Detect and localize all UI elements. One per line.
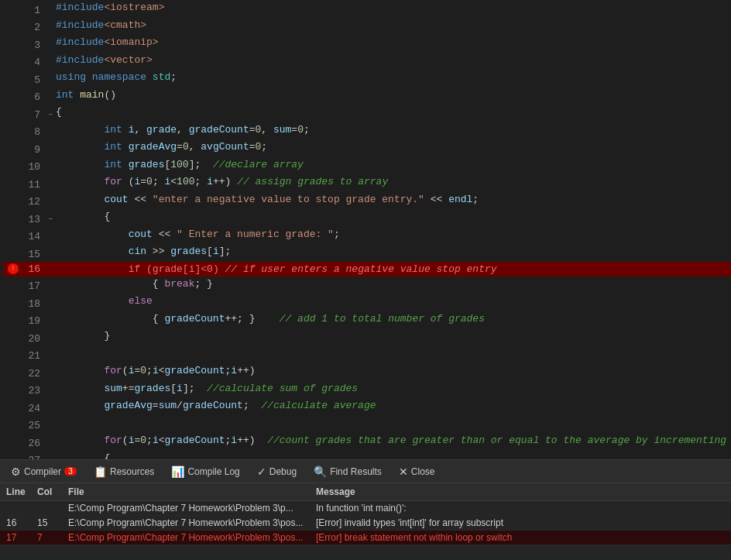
code-line-11: 11 for (i=0; i<100; i++) // assign grade… xyxy=(3,174,731,192)
row-line-1: 16 xyxy=(0,516,31,530)
row-file-0: E:\Comp Program\Chapter 7 Homework\Probl… xyxy=(62,501,310,515)
panel-tab-label-compiler: Compiler xyxy=(24,466,61,477)
code-line-22: 22 for(i=0;i<gradeCount;i++) xyxy=(3,363,731,381)
table-header-message: Message xyxy=(310,485,731,499)
code-line-24: 24 gradeAvg=sum/gradeCount; //calculate … xyxy=(3,398,731,416)
code-line-26: 26 for(i=0;i<gradeCount;i++) //count gra… xyxy=(3,433,731,451)
panel-tabs: ⚙Compiler3📋Resources📊Compile Log✓Debug🔍F… xyxy=(0,460,731,483)
close-icon: ✕ xyxy=(399,466,408,478)
panel-tab-debug[interactable]: ✓Debug xyxy=(249,462,304,481)
code-line-6: 6int main() xyxy=(3,88,731,105)
code-line-7: 7−{ xyxy=(3,105,731,122)
code-line-1: 1#include<iostream> xyxy=(3,0,731,18)
panel-tab-resources[interactable]: 📋Resources xyxy=(86,462,162,481)
debug-icon: ✓ xyxy=(257,466,266,478)
row-col-2: 7 xyxy=(31,531,62,545)
compiler-badge: 3 xyxy=(64,467,77,476)
table-header-line: Line xyxy=(0,485,31,499)
table-row-0[interactable]: E:\Comp Program\Chapter 7 Homework\Probl… xyxy=(0,501,731,516)
table-row-1[interactable]: 1615E:\Comp Program\Chapter 7 Homework\P… xyxy=(0,516,731,531)
code-line-17: 17 { break; } xyxy=(3,277,731,294)
code-line-2: 2#include<cmath> xyxy=(3,18,731,36)
row-line-0 xyxy=(0,501,31,515)
panel-tab-label-compilelog: Compile Log xyxy=(187,466,239,477)
compilelog-icon: 📊 xyxy=(171,466,184,478)
code-line-25: 25 xyxy=(3,416,731,434)
code-lines[interactable]: 1#include<iostream>2#include<cmath>3#inc… xyxy=(0,0,731,459)
code-line-23: 23 sum+=grades[i]; //calculate sum of gr… xyxy=(3,381,731,399)
row-line-2: 17 xyxy=(0,531,31,545)
panel-tab-label-resources: Resources xyxy=(110,466,154,477)
panel-tab-findresults[interactable]: 🔍Find Results xyxy=(306,462,390,481)
table-header-file: File xyxy=(62,485,310,499)
panel-tab-label-findresults: Find Results xyxy=(330,466,382,477)
row-file-1: E:\Comp Program\Chapter 7 Homework\Probl… xyxy=(62,516,310,530)
table-header-col: Col xyxy=(31,485,62,499)
code-line-14: 14 cout << " Enter a numeric grade: "; xyxy=(3,227,731,245)
code-line-16: !16 if (grade[i]<0) // if user enters a … xyxy=(3,262,731,277)
row-file-2: E:\Comp Program\Chapter 7 Homework\Probl… xyxy=(62,531,310,545)
bottom-panel: ⚙Compiler3📋Resources📊Compile Log✓Debug🔍F… xyxy=(0,459,731,560)
editor-area: 1#include<iostream>2#include<cmath>3#inc… xyxy=(0,0,731,459)
table-row-2[interactable]: 177E:\Comp Program\Chapter 7 Homework\Pr… xyxy=(0,531,731,545)
code-line-13: 13− { xyxy=(3,209,731,227)
code-line-12: 12 cout << "enter a negative value to st… xyxy=(3,192,731,210)
code-line-8: 8 int i, grade, gradeCount=0, sum=0; xyxy=(3,122,731,140)
panel-tab-compiler[interactable]: ⚙Compiler3 xyxy=(3,462,84,481)
panel-tab-label-close: Close xyxy=(411,466,435,477)
code-line-5: 5using namespace std; xyxy=(3,70,731,88)
code-line-10: 10 int grades[100]; //declare array xyxy=(3,157,731,175)
compiler-icon: ⚙ xyxy=(11,466,21,478)
code-line-19: 19 { gradeCount++; } // add 1 to total n… xyxy=(3,311,731,329)
row-msg-2: [Error] break statement not within loop … xyxy=(310,531,731,545)
code-line-18: 18 else xyxy=(3,294,731,311)
code-line-4: 4#include<vector> xyxy=(3,53,731,70)
code-line-21: 21 xyxy=(3,346,731,364)
row-col-0 xyxy=(31,501,62,515)
code-line-9: 9 int gradeAvg=0, avgCount=0; xyxy=(3,139,731,157)
row-msg-0: In function 'int main()': xyxy=(310,501,731,515)
code-line-15: 15 cin >> grades[i]; xyxy=(3,244,731,262)
row-msg-1: [Error] invalid types 'int[int]' for arr… xyxy=(310,516,731,530)
panel-tab-close[interactable]: ✕Close xyxy=(391,462,443,481)
panel-table: LineColFileMessageE:\Comp Program\Chapte… xyxy=(0,483,731,560)
panel-tab-label-debug: Debug xyxy=(269,466,297,477)
resources-icon: 📋 xyxy=(94,466,107,478)
code-line-3: 3#include<iomanip> xyxy=(3,35,731,53)
row-col-1: 15 xyxy=(31,516,62,530)
code-container: 1#include<iostream>2#include<cmath>3#inc… xyxy=(0,0,731,459)
code-line-20: 20 } xyxy=(3,328,731,346)
code-line-27: 27− { xyxy=(3,451,731,460)
panel-tab-compilelog[interactable]: 📊Compile Log xyxy=(163,462,247,481)
findresults-icon: 🔍 xyxy=(314,466,327,478)
table-header: LineColFileMessage xyxy=(0,483,731,501)
